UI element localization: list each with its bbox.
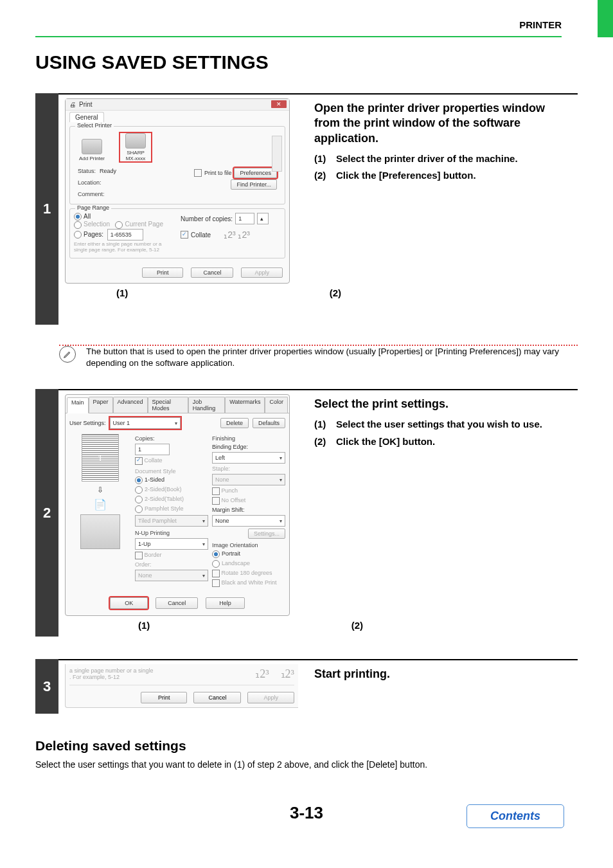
radio-portrait[interactable] bbox=[212, 550, 220, 558]
cancel-button2[interactable]: Cancel bbox=[155, 597, 198, 609]
collate-checkbox[interactable] bbox=[181, 231, 188, 239]
tab-watermarks[interactable]: Watermarks bbox=[225, 397, 265, 413]
step1-note: The button that is used to open the prin… bbox=[59, 346, 578, 369]
copies-input[interactable]: 1 bbox=[235, 213, 254, 224]
copies-spinner[interactable]: ▴ bbox=[257, 213, 269, 224]
tab-advanced[interactable]: Advanced bbox=[113, 397, 148, 413]
no-offset-checkbox[interactable] bbox=[212, 497, 220, 505]
step1-sub2-num: (2) bbox=[314, 169, 330, 182]
add-printer-item[interactable]: Add Printer bbox=[76, 133, 107, 161]
img-orientation-label: Image Orientation bbox=[212, 542, 285, 548]
order-select: None▾ bbox=[135, 570, 208, 581]
preview-page-icon: 1 bbox=[82, 434, 119, 482]
copies-input2[interactable]: 1 bbox=[135, 444, 170, 455]
delete-button[interactable]: Delete bbox=[220, 418, 249, 428]
bw-checkbox[interactable] bbox=[212, 579, 220, 587]
collate-label: Collate bbox=[191, 231, 211, 239]
radio-2sided-tablet-label: 2-Sided(Tablet) bbox=[145, 496, 184, 502]
border-checkbox[interactable] bbox=[135, 552, 143, 559]
radio-2sided-tablet[interactable] bbox=[135, 496, 143, 503]
tab-special-modes[interactable]: Special Modes bbox=[148, 397, 188, 413]
step1-sub1-text: Select the printer driver of the machine… bbox=[336, 152, 518, 165]
status-value: Ready bbox=[100, 168, 116, 178]
apply-button-3[interactable]: Apply bbox=[247, 692, 294, 703]
radio-1sided[interactable] bbox=[135, 476, 143, 484]
settings-button[interactable]: Settings... bbox=[248, 529, 285, 539]
add-printer-icon bbox=[82, 139, 102, 154]
radio-selection-label: Selection bbox=[84, 221, 110, 228]
binding-edge-select[interactable]: Left▾ bbox=[212, 452, 285, 464]
pencil-note-icon bbox=[59, 346, 76, 363]
print-tabstrip: General bbox=[66, 111, 289, 122]
collation-illustration-large: ₁2³₁2³ bbox=[255, 667, 294, 681]
step1-note-text: The button that is used to open the prin… bbox=[86, 346, 578, 369]
page-title: USING SAVED SETTINGS bbox=[35, 51, 269, 73]
deleting-heading: Deleting saved settings bbox=[35, 738, 186, 754]
collate-checkbox2[interactable] bbox=[135, 457, 143, 465]
border-label: Border bbox=[145, 552, 162, 558]
pages-input[interactable]: 1-65535 bbox=[107, 229, 143, 240]
tab-color[interactable]: Color bbox=[265, 397, 288, 413]
deleting-text: Select the user settings that you want t… bbox=[35, 759, 578, 772]
find-printer-button[interactable]: Find Printer... bbox=[231, 179, 277, 190]
ok-button[interactable]: OK bbox=[110, 597, 148, 609]
radio-pages[interactable] bbox=[74, 231, 82, 239]
close-icon[interactable]: ✕ bbox=[271, 100, 287, 108]
step-2-number: 2 bbox=[35, 389, 58, 637]
print-dialog-titlebar: 🖨 Print ✕ bbox=[66, 99, 289, 111]
radio-current-page[interactable] bbox=[115, 221, 123, 229]
staple-select: None▾ bbox=[212, 474, 285, 485]
rotate-checkbox[interactable] bbox=[212, 570, 220, 577]
radio-selection[interactable] bbox=[74, 221, 82, 229]
rotate-label: Rotate 180 degrees bbox=[222, 570, 272, 576]
printer-small-icon: 🖨 bbox=[69, 101, 76, 108]
select-printer-group: Select Printer Add Printer SHARP MX-xxxx bbox=[69, 126, 285, 204]
user-settings-select[interactable]: User 1▾ bbox=[110, 417, 181, 429]
radio-pamphlet[interactable] bbox=[135, 505, 143, 513]
sharp-printer-item[interactable]: SHARP MX-xxxx bbox=[120, 133, 151, 161]
select-printer-legend: Select Printer bbox=[75, 122, 114, 129]
cancel-button[interactable]: Cancel bbox=[191, 267, 233, 278]
preview-arrow-icon: ⇩ bbox=[97, 485, 103, 494]
defaults-button[interactable]: Defaults bbox=[253, 418, 285, 428]
staple-label: Staple: bbox=[212, 466, 285, 472]
step-3-number: 3 bbox=[35, 659, 58, 714]
doc-style-label: Document Style bbox=[135, 468, 208, 475]
print-button-3[interactable]: Print bbox=[141, 692, 188, 703]
apply-button[interactable]: Apply bbox=[241, 267, 283, 278]
add-printer-label: Add Printer bbox=[79, 156, 105, 161]
punch-checkbox[interactable] bbox=[212, 487, 220, 495]
binding-edge-label: Binding Edge: bbox=[212, 444, 285, 450]
top-accent-bar bbox=[598, 0, 613, 37]
nup-label: N-Up Printing bbox=[135, 530, 208, 536]
step2-sub2-text: Click the [OK] button. bbox=[336, 435, 435, 448]
radio-all[interactable] bbox=[74, 213, 82, 221]
collate-label2: Collate bbox=[145, 457, 163, 464]
cancel-button-3[interactable]: Cancel bbox=[193, 692, 241, 703]
nup-select[interactable]: 1-Up▾ bbox=[135, 538, 208, 550]
printer-list-scrollbar[interactable] bbox=[272, 136, 282, 172]
user-settings-label: User Settings: bbox=[69, 420, 106, 426]
radio-2sided-book[interactable] bbox=[135, 486, 143, 494]
print-button[interactable]: Print bbox=[142, 267, 184, 278]
help-button[interactable]: Help bbox=[206, 597, 245, 609]
preferences-button[interactable]: Preferences bbox=[234, 168, 277, 178]
print-to-file-checkbox[interactable] bbox=[194, 169, 202, 177]
chevron-down-icon: ▾ bbox=[175, 420, 177, 426]
tab-main[interactable]: Main bbox=[67, 397, 89, 413]
contents-button[interactable]: Contents bbox=[466, 804, 564, 828]
radio-pages-label: Pages: bbox=[84, 231, 103, 238]
step2-sub2-num: (2) bbox=[314, 435, 330, 448]
step-1-number: 1 bbox=[35, 93, 58, 325]
tiled-pamphlet-select: Tiled Pamphlet▾ bbox=[135, 515, 208, 527]
tab-job-handling[interactable]: Job Handling bbox=[188, 397, 226, 413]
margin-shift-select[interactable]: None▾ bbox=[212, 515, 285, 527]
tab-paper[interactable]: Paper bbox=[89, 397, 113, 413]
margin-shift-label: Margin Shift: bbox=[212, 507, 285, 513]
print-to-file-label: Print to file bbox=[204, 170, 232, 176]
radio-landscape[interactable] bbox=[212, 560, 220, 568]
comment-label: Comment: bbox=[78, 191, 105, 197]
tab-general[interactable]: General bbox=[69, 112, 104, 122]
step-1-row: 1 🖨 Print ✕ General Select Printer bbox=[35, 93, 578, 325]
preview-pane: 1 ⇩ 📄 bbox=[69, 434, 131, 587]
